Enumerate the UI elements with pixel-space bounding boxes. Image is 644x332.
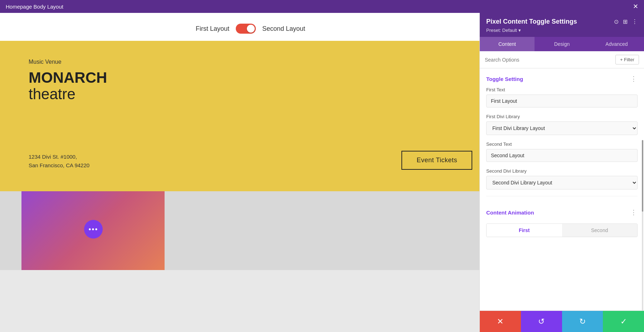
- animation-tabs: First Second: [486, 223, 638, 237]
- filter-button[interactable]: + Filter: [615, 55, 639, 64]
- venue-name-line2: theatre: [29, 86, 75, 102]
- below-hero-section: •••: [0, 191, 501, 270]
- second-text-field-group: Second Text: [486, 141, 638, 162]
- hero-section: Music Venue MONARCH theatre 1234 Divi St…: [0, 41, 501, 191]
- venue-address: 1234 Divi St. #1000, San Francisco, CA 9…: [29, 153, 89, 170]
- panel-header-icons: ⊙ ⊞ ⋮: [614, 18, 638, 25]
- address-line1: 1234 Divi St. #1000,: [29, 154, 77, 160]
- first-divi-label: First Divi Library: [486, 114, 638, 119]
- second-text-input[interactable]: [486, 149, 638, 162]
- first-text-label: First Text: [486, 87, 638, 92]
- search-input[interactable]: [485, 57, 615, 63]
- dots-button[interactable]: •••: [84, 220, 103, 239]
- second-text-label: Second Text: [486, 141, 638, 147]
- toggle-second-label: Second Layout: [262, 25, 305, 33]
- toggle-setting-menu-icon[interactable]: ⋮: [630, 75, 638, 83]
- tab-content[interactable]: Content: [480, 37, 535, 51]
- toggle-first-label: First Layout: [196, 25, 229, 33]
- second-divi-field-group: Second Divi Library Second Divi Library …: [486, 168, 638, 189]
- animation-tab-first[interactable]: First: [487, 224, 562, 237]
- redo-button[interactable]: ↻: [562, 311, 603, 332]
- first-text-input[interactable]: [486, 95, 638, 107]
- venue-name-line1: MONARCH: [29, 69, 107, 86]
- more-options-icon[interactable]: ⋮: [632, 18, 638, 25]
- save-button[interactable]: ✓: [603, 311, 644, 332]
- divider: [486, 196, 638, 196]
- panel-footer: ✕ ↺ ↻ ✓: [480, 311, 644, 332]
- content-animation-title: Content Animation: [486, 210, 534, 216]
- first-divi-select[interactable]: First Divi Library Layout: [486, 121, 638, 135]
- search-bar: + Filter: [480, 51, 644, 68]
- scrollbar[interactable]: [642, 140, 643, 311]
- tab-advanced[interactable]: Advanced: [589, 37, 644, 51]
- close-icon[interactable]: ✕: [633, 3, 638, 10]
- undo-button[interactable]: ↺: [521, 311, 562, 332]
- content-animation-menu-icon[interactable]: ⋮: [630, 208, 638, 216]
- cancel-button[interactable]: ✕: [480, 311, 521, 332]
- toggle-row: First Layout Second Layout: [0, 13, 501, 41]
- event-tickets-button[interactable]: Event Tickets: [401, 151, 472, 170]
- second-divi-label: Second Divi Library: [486, 168, 638, 174]
- toggle-switch[interactable]: [236, 24, 256, 34]
- toggle-setting-title: Toggle Setting: [486, 76, 523, 82]
- animation-tab-second[interactable]: Second: [562, 224, 638, 237]
- tab-design[interactable]: Design: [535, 37, 589, 51]
- panel-title: Pixel Content Toggle Settings: [486, 18, 577, 25]
- second-divi-select[interactable]: Second Divi Library Layout: [486, 176, 638, 189]
- scrollbar-thumb: [642, 140, 643, 212]
- venue-label: Music Venue: [29, 59, 472, 65]
- target-icon[interactable]: ⊙: [614, 18, 619, 25]
- first-text-field-group: First Text: [486, 87, 638, 107]
- address-line2: San Francisco, CA 94220: [29, 162, 89, 168]
- toggle-setting-section-heading: Toggle Setting ⋮: [486, 68, 638, 87]
- title-bar: Homepage Body Layout ✕: [0, 0, 644, 13]
- title-bar-title: Homepage Body Layout: [6, 4, 63, 10]
- panel-tabs: Content Design Advanced: [480, 37, 644, 51]
- hero-bottom: 1234 Divi St. #1000, San Francisco, CA 9…: [29, 151, 472, 170]
- panel-preset[interactable]: Preset: Default: [486, 28, 521, 33]
- grid-icon[interactable]: ⊞: [623, 18, 628, 25]
- first-divi-field-group: First Divi Library First Divi Library La…: [486, 114, 638, 135]
- panel-header-top: Pixel Content Toggle Settings ⊙ ⊞ ⋮: [486, 18, 638, 25]
- panel-header: Pixel Content Toggle Settings ⊙ ⊞ ⋮ Pres…: [480, 13, 644, 37]
- settings-panel: Pixel Content Toggle Settings ⊙ ⊞ ⋮ Pres…: [479, 13, 644, 332]
- canvas-area: First Layout Second Layout Music Venue M…: [0, 13, 501, 332]
- venue-name: MONARCH theatre: [29, 69, 472, 102]
- panel-content: Toggle Setting ⋮ First Text First Divi L…: [480, 68, 644, 311]
- content-animation-section-heading: Content Animation ⋮: [486, 202, 638, 221]
